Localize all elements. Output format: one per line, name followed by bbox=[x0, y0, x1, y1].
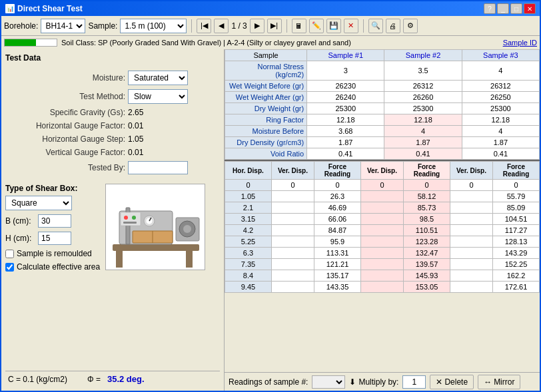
test-method-row: Test Method: Slow Fast bbox=[5, 89, 220, 104]
test-method-select[interactable]: Slow Fast bbox=[128, 89, 188, 104]
b-input[interactable] bbox=[38, 214, 71, 228]
close-button[interactable]: ✕ bbox=[524, 3, 536, 14]
effective-area-checkbox[interactable] bbox=[5, 263, 14, 272]
nav-first-button[interactable]: |◀ bbox=[197, 19, 211, 33]
lr-vd2-5 bbox=[360, 236, 403, 248]
upper-table: Sample Sample #1 Sample #2 Sample #3 Nor… bbox=[225, 49, 540, 160]
upper-section[interactable]: Sample Sample #1 Sample #2 Sample #3 Nor… bbox=[225, 49, 540, 161]
delete-button[interactable]: ✕ bbox=[344, 19, 358, 33]
settings-button[interactable]: ⚙ bbox=[403, 19, 418, 33]
nav-prev-button[interactable]: ◀ bbox=[214, 19, 229, 33]
help-button[interactable]: ? bbox=[484, 3, 496, 14]
sample-select[interactable]: 1.5 m (100) bbox=[120, 19, 187, 33]
h-gauge-step-value: 1.05 bbox=[128, 134, 143, 144]
lr-vd1-6 bbox=[271, 248, 314, 259]
lower-table-row: 7.35 121.21 139.57 152.25 bbox=[225, 259, 540, 270]
row-s3-4: 12.18 bbox=[462, 114, 539, 126]
row-label-1: Wet Weight Before (gr) bbox=[225, 81, 307, 92]
lr-vd2-3 bbox=[360, 214, 403, 225]
lr-vd3-6 bbox=[450, 248, 492, 259]
readings-select[interactable]: 1 2 3 bbox=[312, 375, 345, 389]
b-label: B (cm): bbox=[5, 216, 35, 226]
moisture-select[interactable]: Saturated Natural Dry bbox=[128, 71, 188, 85]
borehole-select[interactable]: BH14-1 bbox=[41, 19, 85, 33]
row-s2-2: 26260 bbox=[384, 92, 462, 103]
row-s3-6: 1.87 bbox=[462, 137, 539, 148]
lr-fr1-9: 143.35 bbox=[314, 282, 361, 293]
soil-class-text: Soil Class: SP (Poorly Graded Sand With … bbox=[61, 39, 499, 47]
lr-hd-3: 3.15 bbox=[225, 214, 272, 225]
tested-by-row: Tested By: bbox=[5, 161, 220, 174]
h-gauge-factor-label: Horizontal Gauge Factor: bbox=[5, 121, 125, 130]
edit-button[interactable]: ✏️ bbox=[309, 19, 324, 33]
phi-label: Φ = bbox=[87, 375, 101, 384]
toolbar: Borehole: BH14-1 Sample: 1.5 m (100) |◀ … bbox=[1, 16, 540, 36]
row-s2-0: 3.5 bbox=[384, 61, 462, 81]
lr-fr3-8: 162.2 bbox=[493, 270, 540, 282]
row-s1-5: 3.68 bbox=[307, 126, 384, 137]
lr-vd2-9 bbox=[360, 282, 403, 293]
row-s2-1: 26312 bbox=[384, 81, 462, 92]
lr-vd3-2 bbox=[450, 202, 492, 214]
row-label-0: Normal Stress (kg/cm2) bbox=[225, 61, 307, 81]
right-panel: Sample Sample #1 Sample #2 Sample #3 Nor… bbox=[225, 49, 540, 391]
lr-vd2-2 bbox=[360, 202, 403, 214]
row-label-5: Moisture Before bbox=[225, 126, 307, 137]
row-s1-6: 1.87 bbox=[307, 137, 384, 148]
row-s1-4: 12.18 bbox=[307, 114, 384, 126]
zoom-button[interactable]: 🔍 bbox=[368, 19, 383, 33]
delete-label: Delete bbox=[444, 377, 468, 387]
lr-vd3-1 bbox=[450, 191, 492, 202]
left-panel: Test Data Moisture: Saturated Natural Dr… bbox=[1, 49, 225, 391]
c-result-label: C = 0.1 (kg/cm2) bbox=[8, 375, 67, 384]
print-button[interactable]: 🖨 bbox=[386, 19, 400, 33]
lower-section[interactable]: Hor. Disp. Ver. Disp. Force Reading Ver.… bbox=[225, 161, 540, 372]
remoulded-label: Sample is remoulded bbox=[17, 249, 92, 258]
lr-vd1-4 bbox=[271, 225, 314, 236]
shear-box-select[interactable]: Square Circular bbox=[5, 196, 72, 210]
lr-fr3-6: 143.29 bbox=[493, 248, 540, 259]
lr-hd-4: 4.2 bbox=[225, 225, 272, 236]
remoulded-checkbox[interactable] bbox=[5, 250, 14, 258]
lower-table-row: 0 0 0 0 0 0 0 bbox=[225, 180, 540, 191]
effective-area-label: Calculate effective area bbox=[17, 262, 100, 272]
lr-fr1-4: 84.87 bbox=[314, 225, 361, 236]
remoulded-row: Sample is remoulded bbox=[5, 249, 100, 258]
shear-box-left: Type of Shear Box: Square Circular B (cm… bbox=[5, 184, 100, 272]
calc-button[interactable]: 🖩 bbox=[292, 19, 306, 33]
sample-id-link[interactable]: Sample ID bbox=[503, 39, 537, 47]
h-input[interactable] bbox=[38, 232, 71, 245]
nav-next-button[interactable]: ▶ bbox=[250, 19, 265, 33]
minimize-button[interactable]: _ bbox=[497, 3, 509, 14]
window-controls: ? _ □ ✕ bbox=[484, 3, 536, 14]
lower-hd-header: Hor. Disp. bbox=[225, 162, 272, 180]
col-s2-header: Sample #2 bbox=[384, 50, 462, 61]
delete-button-bottom[interactable]: ✕ Delete bbox=[430, 375, 474, 389]
lower-table-row: 1.05 26.3 58.12 55.79 bbox=[225, 191, 540, 202]
multiply-input[interactable] bbox=[402, 375, 426, 389]
progress-fill bbox=[5, 39, 36, 46]
row-s3-3: 25300 bbox=[462, 103, 539, 114]
row-s2-7: 0.41 bbox=[384, 148, 462, 160]
row-label-2: Wet Weight After (gr) bbox=[225, 92, 307, 103]
multiply-arrow: ⬇ bbox=[349, 377, 356, 387]
b-row: B (cm): bbox=[5, 214, 100, 228]
sample-label: Sample: bbox=[88, 21, 117, 31]
lr-hd-8: 8.4 bbox=[225, 270, 272, 282]
lr-vd3-5 bbox=[450, 236, 492, 248]
upper-table-row: Normal Stress (kg/cm2) 3 3.5 4 bbox=[225, 61, 540, 81]
lower-vd2-header: Ver. Disp. bbox=[360, 162, 403, 180]
col-sample-header: Sample bbox=[225, 50, 307, 61]
maximize-button[interactable]: □ bbox=[510, 3, 522, 14]
lr-fr2-5: 123.28 bbox=[404, 236, 450, 248]
tested-by-label: Tested By: bbox=[5, 163, 125, 172]
v-gauge-factor-label: Vertical Gauge Factor: bbox=[5, 148, 125, 157]
mirror-button[interactable]: ↔ Mirror bbox=[478, 375, 520, 389]
lr-vd2-8 bbox=[360, 270, 403, 282]
nav-last-button[interactable]: ▶| bbox=[267, 19, 282, 33]
save-button[interactable]: 💾 bbox=[326, 19, 341, 33]
lr-vd2-0: 0 bbox=[360, 180, 403, 191]
row-s1-2: 26240 bbox=[307, 92, 384, 103]
lower-table-row: 5.25 95.9 123.28 128.13 bbox=[225, 236, 540, 248]
tested-by-input[interactable] bbox=[128, 161, 188, 174]
